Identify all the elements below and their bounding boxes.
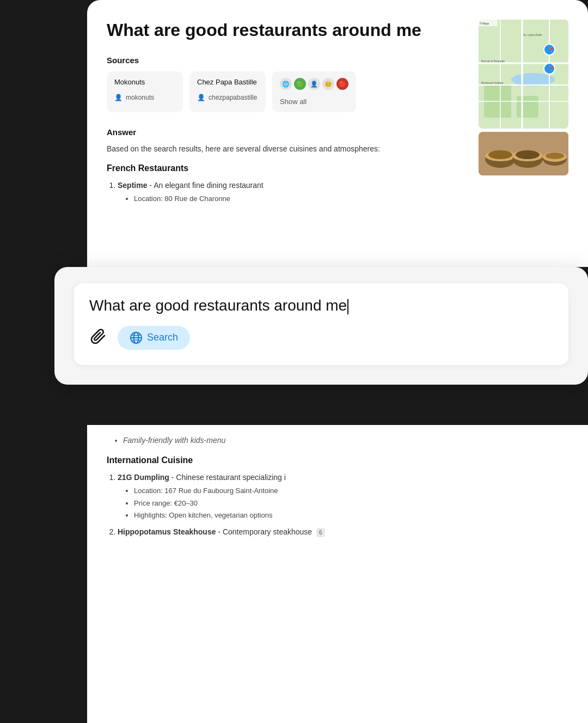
source-card-showall[interactable]: 🌐 🟢 👤 😊 🔴 Show all <box>272 71 356 112</box>
search-button[interactable]: Search <box>118 326 190 350</box>
user-icon-chezpapa: 👤 <box>197 94 205 101</box>
sidebar-thumbnails: 📍 📍 Rue de la Roquette Boulevard Voltair… <box>479 20 568 217</box>
badge-hippo: 6 <box>316 528 325 537</box>
source-user-mokonuts: 👤 mokonuts <box>114 94 175 101</box>
svg-text:Boulevard Voltaire: Boulevard Voltaire <box>481 81 504 84</box>
svg-text:Av. Ledru-Rollin: Av. Ledru-Rollin <box>523 33 542 37</box>
user-icon: 👤 <box>114 94 122 101</box>
search-query-text: What are good restaurants around me <box>89 296 553 315</box>
svg-text:📍: 📍 <box>548 46 555 53</box>
sources-grid: Mokonuts 👤 mokonuts Chez Papa Bastille 👤… <box>107 71 468 112</box>
source-icon-4: 😊 <box>322 78 334 90</box>
attach-button[interactable] <box>89 328 109 348</box>
text-cursor <box>347 299 348 314</box>
search-button-label: Search <box>147 332 178 343</box>
source-card-mokonuts[interactable]: Mokonuts 👤 mokonuts <box>107 71 183 112</box>
restaurant-desc-hippo: - Contemporary steakhouse <box>218 527 312 536</box>
list-item: Location: 80 Rue de Charonne <box>134 193 468 204</box>
sources-label: Sources <box>107 56 468 65</box>
source-user-chezpapa: 👤 chezpapabastille <box>197 94 258 101</box>
list-item: Septime - An elegant fine dining restaur… <box>118 180 468 204</box>
search-input-area[interactable]: What are good restaurants around me Sear… <box>74 283 568 365</box>
page-title: What are good restaurants around me <box>107 20 468 40</box>
search-actions-row: Search <box>89 326 553 350</box>
food-thumbnail <box>479 132 568 175</box>
svg-point-22 <box>488 150 512 159</box>
french-restaurants-list: Septime - An elegant fine dining restaur… <box>107 180 468 204</box>
list-item-hippo: Hippopotamus Steakhouse - Contemporary s… <box>118 526 568 538</box>
svg-text:Rue de la Roquette: Rue de la Roquette <box>481 59 505 63</box>
svg-rect-2 <box>517 96 538 118</box>
globe-icon <box>130 331 143 344</box>
answer-text: Based on the search results, here are se… <box>107 143 468 155</box>
bottom-card: Family-friendly with kids-menu Internati… <box>87 425 588 723</box>
svg-text:📍: 📍 <box>548 65 555 72</box>
list-item: Family-friendly with kids-menu <box>123 436 568 445</box>
septime-details: Location: 80 Rue de Charonne <box>118 193 468 204</box>
restaurant-desc-21g: - Chinese restaurant specializing i <box>171 473 286 482</box>
truncated-item: Family-friendly with kids-menu <box>107 436 568 445</box>
answer-label: Answer <box>107 127 468 137</box>
restaurant-name-hippo: Hippopotamus Steakhouse <box>118 527 216 536</box>
source-name-mokonuts: Mokonuts <box>114 78 175 86</box>
list-item: Location: 167 Rue du Faubourg Saint-Anto… <box>134 485 568 496</box>
21g-details: Location: 167 Rue du Faubourg Saint-Anto… <box>118 485 568 521</box>
source-icons-row: 🌐 🟢 👤 😊 🔴 <box>280 78 348 90</box>
svg-point-3 <box>511 73 555 86</box>
restaurant-name-septime: Septime <box>118 181 147 190</box>
source-name-chezpapa: Chez Papa Bastille <box>197 78 258 86</box>
list-item-21g: 21G Dumpling - Chinese restaurant specia… <box>118 472 568 521</box>
source-icon-5: 🔴 <box>336 78 348 90</box>
search-card: What are good restaurants around me Sear… <box>54 267 588 385</box>
international-section-title: International Cuisine <box>107 455 568 465</box>
source-icon-2: 🟢 <box>294 78 306 90</box>
source-icon-1: 🌐 <box>280 78 292 90</box>
svg-point-25 <box>516 150 540 159</box>
restaurant-name-21g: 21G Dumpling <box>118 473 169 482</box>
french-section-title: French Restaurants <box>107 163 468 173</box>
international-list: 21G Dumpling - Chinese restaurant specia… <box>107 472 568 538</box>
restaurant-desc-septime: - An elegant fine dining restaurant <box>149 181 263 190</box>
source-icon-3: 👤 <box>308 78 320 90</box>
list-item: Price range: €20–30 <box>134 498 568 509</box>
map-thumbnail: 📍 📍 Rue de la Roquette Boulevard Voltair… <box>479 20 568 129</box>
show-all-label[interactable]: Show all <box>280 98 348 106</box>
svg-text:© Maps: © Maps <box>480 22 489 25</box>
top-card: What are good restaurants around me Sour… <box>87 0 588 267</box>
svg-point-28 <box>546 153 564 159</box>
source-card-chezpapa[interactable]: Chez Papa Bastille 👤 chezpapabastille <box>189 71 266 112</box>
list-item: Highlights: Open kitchen, vegetarian opt… <box>134 510 568 521</box>
